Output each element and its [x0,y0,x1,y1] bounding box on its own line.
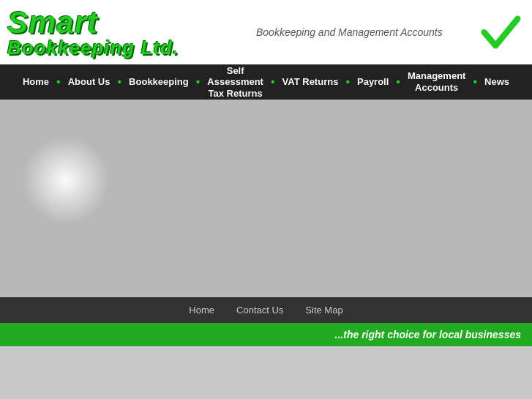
logo-tagline: Bookkeeping and Management Accounts [256,26,443,38]
header: Smart Bookkeeping Ltd. Bookkeeping and M… [0,0,532,64]
bottom-area [0,346,532,399]
nav-bookkeeping[interactable]: Bookkeeping [123,76,195,88]
nav-self-assessment[interactable]: Self Assessment Tax Returns [201,65,269,100]
nav-management-line2: Accounts [415,82,458,94]
nav-dot-2: • [116,75,124,89]
nav-dot-6: • [394,75,402,89]
nav-news[interactable]: News [479,76,515,88]
nav-about[interactable]: About Us [62,76,116,88]
nav-self-assessment-line2: Assessment [207,76,263,88]
nav-home[interactable]: Home [17,76,55,88]
nav-management-line1: Management [408,70,465,82]
nav-dot-7: • [471,75,479,89]
checkmark-icon [481,12,521,53]
nav-dot-5: • [344,75,351,89]
footer-sitemap[interactable]: Site Map [305,305,342,316]
tagline-text: ...the right choice for local businesses [335,329,521,340]
nav-vat-returns[interactable]: VAT Returns [277,76,345,88]
footer-nav: Home Contact Us Site Map [0,297,532,323]
main-content [0,100,532,297]
nav-dot-4: • [269,75,277,89]
nav-self-assessment-line3: Tax Returns [209,88,263,100]
logo-smart: Smart [7,7,179,38]
navbar: Home • About Us • Bookkeeping • Self Ass… [0,64,532,100]
nav-payroll[interactable]: Payroll [351,76,394,88]
logo-area: Smart Bookkeeping Ltd. [7,7,179,57]
tagline-bar: ...the right choice for local businesses [0,323,532,346]
logo-bookkeeping: Bookkeeping Ltd. [7,38,179,57]
nav-dot-1: • [55,75,62,89]
footer-contact[interactable]: Contact Us [236,305,283,316]
footer-home[interactable]: Home [189,305,214,316]
nav-self-assessment-line1: Self [227,65,244,77]
nav-dot-3: • [195,75,202,89]
glow-effect [22,136,110,224]
nav-management-accounts[interactable]: Management Accounts [402,70,471,93]
